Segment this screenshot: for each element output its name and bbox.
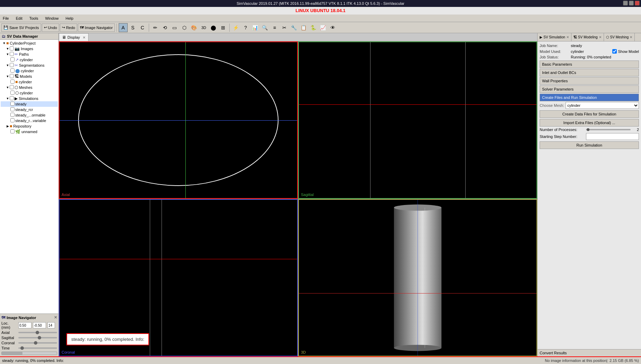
toolbar-eye-icon[interactable]: 👁: [328, 23, 337, 32]
tree-item-steady-ormable[interactable]: steady_...ormable: [1, 112, 58, 118]
checkbox-steady-rcr[interactable]: [10, 107, 15, 112]
checkbox-images[interactable]: [10, 46, 14, 51]
minimize-button[interactable]: [623, 1, 628, 6]
tree-item-cylinder-model[interactable]: ■ cylinder: [1, 79, 58, 85]
toolbar-rect-icon[interactable]: ▭: [170, 23, 179, 32]
tree-item-paths[interactable]: ▼ ✏ Paths: [1, 52, 58, 57]
checkbox-simulations[interactable]: [10, 96, 14, 101]
expand-arrow[interactable]: ▼: [6, 47, 10, 50]
toolbar-clipboard-icon[interactable]: 📋: [299, 23, 308, 32]
image-navigator-button[interactable]: 🗺 Image Navigator: [78, 24, 115, 32]
checkbox-steady-ormable[interactable]: [10, 113, 15, 118]
viewport-axial[interactable]: Axial: [59, 41, 298, 199]
save-sv-projects-button[interactable]: 💾 Save SV Projects: [1, 24, 41, 32]
toolbar-wrench-icon[interactable]: 🔧: [290, 23, 299, 32]
checkbox-steady[interactable]: [10, 102, 15, 106]
viewport-coronal[interactable]: steady: running, 0% completed. Info: Cor…: [59, 199, 298, 356]
tree-item-images[interactable]: ▼ 📷 Images: [1, 46, 58, 52]
tree-item-steady-rcr[interactable]: steady_rcr: [1, 107, 58, 112]
toolbar-graph-icon[interactable]: 📈: [319, 23, 328, 32]
sv-simulation-tab[interactable]: ▶ SV Simulation ✕: [538, 33, 571, 41]
expand-arrow[interactable]: ▼: [6, 75, 10, 78]
menu-window[interactable]: Window: [44, 16, 60, 21]
sv-simulation-close[interactable]: ✕: [566, 35, 569, 39]
menu-tools[interactable]: Tools: [28, 16, 40, 21]
expand-arrow[interactable]: ▼: [6, 97, 10, 100]
run-simulation-button[interactable]: Run Simulation: [540, 141, 639, 149]
sv-modeling-tab[interactable]: 🏗 SV Modeling ✕: [571, 33, 604, 41]
nav-scrollbar[interactable]: [1, 352, 57, 355]
toolbar-chart-icon[interactable]: 📊: [251, 23, 260, 32]
checkbox-cylinder-mesh[interactable]: [10, 91, 15, 95]
tree-item-steady[interactable]: steady: [1, 101, 58, 107]
redo-button[interactable]: ↪ Redo: [60, 24, 77, 32]
viewport-3d[interactable]: 3D: [298, 199, 537, 356]
checkbox-unnamed[interactable]: [10, 129, 15, 134]
expand-arrow[interactable]: ▼: [2, 41, 6, 45]
toolbar-rotate-icon[interactable]: ⟲: [161, 23, 170, 32]
tree-item-meshes[interactable]: ▼ ⬡ Meshes: [1, 85, 58, 90]
tree-item-cylinderproject[interactable]: ▼ ■ CylinderProject: [1, 40, 58, 46]
toolbar-a-button[interactable]: A: [119, 23, 128, 32]
close-button[interactable]: [635, 1, 640, 6]
expand-arrow[interactable]: ▶: [6, 124, 10, 128]
menu-help[interactable]: Help: [64, 16, 75, 21]
sv-modeling-close[interactable]: ✕: [599, 35, 602, 39]
inlet-outlet-bcs-btn[interactable]: Inlet and Outlet BCs: [540, 69, 639, 76]
toolbar-mesh-icon[interactable]: ⬡: [180, 23, 189, 32]
toolbar-3d-icon[interactable]: 3D: [199, 23, 208, 32]
tree-view[interactable]: ▼ ■ CylinderProject ▼ 📷 Images ▼ ✏ Paths: [0, 40, 58, 314]
expand-arrow[interactable]: ▼: [6, 86, 10, 89]
toolbar-s-button[interactable]: S: [128, 23, 137, 32]
checkbox-cylinder-seg[interactable]: [10, 68, 15, 73]
expand-arrow[interactable]: ▼: [6, 53, 10, 56]
starting-step-input[interactable]: [586, 133, 639, 140]
tree-item-steady-variable[interactable]: steady_r...variable: [1, 118, 58, 123]
basic-parameters-btn[interactable]: Basic Parameters: [540, 60, 639, 68]
import-extra-files-button[interactable]: Import Extra Files (Optional) ...: [540, 119, 639, 127]
checkbox-meshes[interactable]: [10, 85, 14, 90]
toolbar-color-icon[interactable]: 🎨: [190, 23, 199, 32]
tree-item-repository[interactable]: ▶ ■ Repository: [1, 123, 58, 129]
checkbox-paths[interactable]: [10, 52, 14, 57]
loc-z-input[interactable]: [47, 322, 55, 328]
time-slider[interactable]: [18, 347, 57, 349]
expand-arrow[interactable]: ▼: [6, 64, 10, 67]
toolbar-c-button[interactable]: C: [138, 23, 147, 32]
menu-file[interactable]: File: [1, 16, 10, 21]
toolbar-pencil-icon[interactable]: ✏: [151, 23, 160, 32]
coronal-slider[interactable]: [18, 342, 57, 344]
undo-button[interactable]: ↩ Undo: [42, 24, 59, 32]
solver-parameters-btn[interactable]: Solver Parameters: [540, 85, 639, 93]
axial-slider[interactable]: [18, 332, 57, 333]
viewport-sagittal[interactable]: Sagittal: [298, 41, 537, 199]
tree-item-segmentations[interactable]: ▼ ✂ Segmentations: [1, 63, 58, 68]
show-model-checkbox[interactable]: [612, 49, 617, 54]
image-nav-close[interactable]: ✕: [54, 315, 57, 320]
display-tab-close[interactable]: ✕: [83, 36, 85, 39]
tree-item-simulations[interactable]: ▼ ▶ Simulations: [1, 96, 58, 101]
sv-meshing-close[interactable]: ✕: [630, 35, 632, 39]
choose-mesh-select[interactable]: cylinder: [566, 102, 639, 109]
create-files-run-sim-btn[interactable]: Create Files and Run Simulation: [540, 94, 639, 101]
checkbox-steady-variable[interactable]: [10, 118, 15, 123]
loc-y-input[interactable]: [33, 322, 46, 328]
menu-edit[interactable]: Edit: [15, 16, 24, 21]
display-tab[interactable]: 🖥 Display ✕: [59, 33, 89, 41]
toolbar-search-icon[interactable]: 🔍: [260, 23, 269, 32]
wall-properties-btn[interactable]: Wall Properties: [540, 77, 639, 85]
toolbar-help-icon[interactable]: ?: [241, 23, 250, 32]
convert-results-button[interactable]: Convert Results: [538, 349, 641, 356]
sv-meshing-tab[interactable]: ⬡ SV Meshing ✕: [604, 33, 635, 41]
loc-x-input[interactable]: [18, 322, 31, 328]
tree-item-cylinder-path[interactable]: ↗ cylinder: [1, 57, 58, 63]
tree-item-unnamed[interactable]: 🌿 unnamed: [1, 129, 58, 134]
checkbox-segmentations[interactable]: [10, 63, 14, 68]
toolbar-list-icon[interactable]: ≡: [270, 23, 279, 32]
toolbar-python-icon[interactable]: 🐍: [309, 23, 318, 32]
checkbox-cylinder-path[interactable]: [10, 57, 15, 62]
sagittal-slider[interactable]: [18, 337, 57, 338]
tree-item-models[interactable]: ▼ 🏗 Models: [1, 74, 58, 79]
create-data-files-button[interactable]: Create Data Files for Simulation: [540, 110, 639, 118]
toolbar-circle-icon[interactable]: ⬤: [209, 23, 218, 32]
